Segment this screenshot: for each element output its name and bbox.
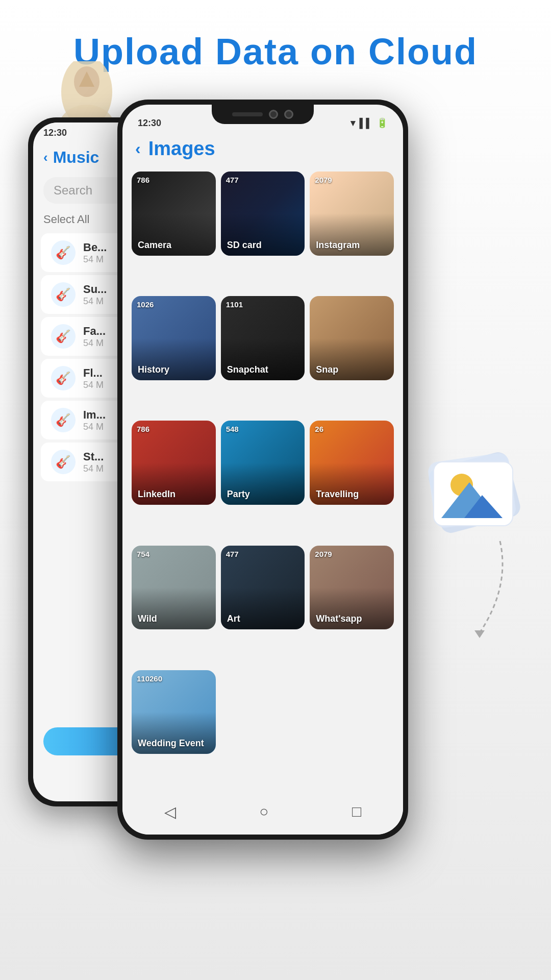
grid-label-wedding: Wedding Event: [138, 738, 204, 749]
grid-label-snap2: Snap: [316, 364, 338, 375]
grid-count-history: 1026: [137, 300, 154, 309]
grid-item-art[interactable]: 477 Art: [221, 546, 305, 630]
grid-count-art: 477: [226, 550, 239, 558]
grid-count-travelling: 26: [315, 425, 323, 433]
grid-item-sd[interactable]: 477 SD card: [221, 172, 305, 256]
grid-label-history: History: [138, 364, 169, 375]
music-icon-6: 🎸: [51, 450, 76, 474]
images-grid: 786 Camera 477 SD card 2079 Instagram: [122, 167, 403, 794]
back-search-placeholder: Search: [54, 183, 92, 197]
nav-back-button[interactable]: ◁: [164, 803, 176, 821]
grid-count-linkedin: 786: [137, 425, 149, 433]
page-background: Upload Data on Cloud 12:30 ‹ Music Searc…: [0, 0, 551, 980]
music-icon-5: 🎸: [51, 408, 76, 432]
grid-item-whatsapp[interactable]: 2079 What'sapp: [310, 546, 394, 630]
notch-speaker: [232, 112, 263, 116]
front-phone: 12:30 ▾ ▌▌ 🔋 ‹ Images 786 Camera: [117, 100, 408, 840]
grid-item-snapchat[interactable]: 1101 Snapchat: [221, 296, 305, 380]
wifi-icon: ▾: [350, 117, 355, 129]
music-icon-3: 🎸: [51, 324, 76, 349]
grid-label-instagram: Instagram: [316, 240, 360, 251]
grid-count-wedding: 110260: [137, 674, 162, 683]
music-icon-2: 🎸: [51, 282, 76, 307]
grid-label-linkedin: LinkedIn: [138, 489, 176, 500]
nav-home-button[interactable]: ○: [259, 803, 268, 820]
floating-image-icon: [423, 444, 525, 546]
front-status-time: 12:30: [138, 118, 161, 129]
front-back-arrow[interactable]: ‹: [135, 139, 141, 158]
back-status-time: 12:30: [43, 128, 67, 138]
grid-label-party: Party: [227, 489, 250, 500]
phone-notch: [212, 105, 314, 124]
grid-label-sd: SD card: [227, 240, 262, 251]
grid-item-travelling[interactable]: 26 Travelling: [310, 421, 394, 505]
grid-label-art: Art: [227, 614, 240, 624]
back-header-title: Music: [53, 148, 99, 167]
grid-count-camera: 786: [137, 176, 149, 184]
svg-marker-11: [474, 630, 485, 638]
back-chevron-icon: ‹: [43, 150, 48, 165]
nav-recent-button[interactable]: □: [352, 803, 361, 820]
music-icon-1: 🎸: [51, 240, 76, 265]
notch-camera: [269, 110, 278, 119]
grid-count-wild: 754: [137, 550, 149, 558]
notch-camera2: [284, 110, 293, 119]
grid-label-whatsapp: What'sapp: [316, 614, 362, 624]
grid-count-party: 548: [226, 425, 239, 433]
grid-item-linkedin[interactable]: 786 LinkedIn: [132, 421, 216, 505]
grid-count-snapchat: 1101: [226, 300, 243, 309]
grid-label-travelling: Travelling: [316, 489, 359, 500]
grid-item-party[interactable]: 548 Party: [221, 421, 305, 505]
grid-count-sd: 477: [226, 176, 239, 184]
front-bottom-nav: ◁ ○ □: [122, 794, 403, 835]
front-app-header: ‹ Images: [122, 133, 403, 167]
status-icons: ▾ ▌▌ 🔋: [350, 117, 388, 129]
grid-item-camera[interactable]: 786 Camera: [132, 172, 216, 256]
grid-item-wedding[interactable]: 110260 Wedding Event: [132, 670, 216, 754]
music-icon-4: 🎸: [51, 366, 76, 390]
grid-label-wild: Wild: [138, 614, 157, 624]
grid-count-instagram: 2079: [315, 176, 332, 184]
signal-icon: ▌▌: [359, 118, 372, 129]
battery-icon: 🔋: [377, 117, 388, 129]
front-phone-screen: 12:30 ▾ ▌▌ 🔋 ‹ Images 786 Camera: [122, 105, 403, 835]
dashed-arrow: [459, 536, 520, 638]
grid-item-snap2[interactable]: Snap: [310, 296, 394, 380]
front-header-title: Images: [148, 138, 215, 160]
grid-count-whatsapp: 2079: [315, 550, 332, 558]
grid-item-wild[interactable]: 754 Wild: [132, 546, 216, 630]
grid-label-camera: Camera: [138, 240, 171, 251]
grid-item-history[interactable]: 1026 History: [132, 296, 216, 380]
grid-item-instagram[interactable]: 2079 Instagram: [310, 172, 394, 256]
grid-label-snapchat: Snapchat: [227, 364, 268, 375]
